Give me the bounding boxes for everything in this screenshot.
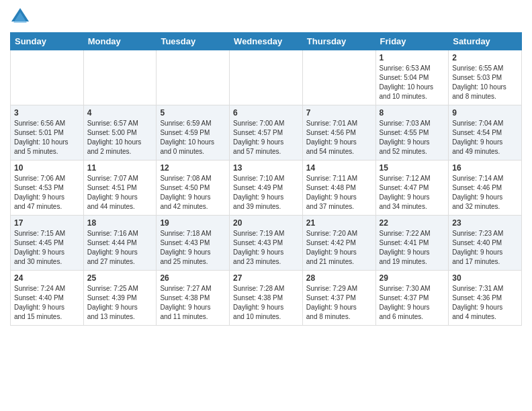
weekday-header: Tuesday	[157, 33, 230, 50]
day-number: 13	[233, 163, 299, 173]
day-info: Sunrise: 7:23 AM Sunset: 4:40 PM Dayligh…	[452, 229, 518, 267]
day-info: Sunrise: 7:29 AM Sunset: 4:37 PM Dayligh…	[306, 284, 372, 322]
day-info: Sunrise: 7:07 AM Sunset: 4:51 PM Dayligh…	[87, 174, 153, 212]
day-info: Sunrise: 7:19 AM Sunset: 4:43 PM Dayligh…	[233, 229, 299, 267]
weekday-header: Monday	[83, 33, 157, 50]
day-info: Sunrise: 7:03 AM Sunset: 4:55 PM Dayligh…	[380, 119, 445, 156]
page: SundayMondayTuesdayWednesdayThursdayFrid…	[0, 0, 532, 411]
day-number: 11	[87, 163, 153, 173]
day-info: Sunrise: 7:06 AM Sunset: 4:53 PM Dayligh…	[14, 174, 80, 212]
day-info: Sunrise: 7:16 AM Sunset: 4:44 PM Dayligh…	[87, 229, 153, 267]
day-number: 7	[306, 108, 372, 118]
day-number: 29	[380, 273, 445, 283]
day-number: 28	[306, 273, 372, 283]
calendar-cell	[157, 50, 230, 105]
day-info: Sunrise: 7:12 AM Sunset: 4:47 PM Dayligh…	[380, 174, 445, 212]
day-info: Sunrise: 7:22 AM Sunset: 4:41 PM Dayligh…	[380, 229, 445, 267]
day-info: Sunrise: 7:30 AM Sunset: 4:37 PM Dayligh…	[380, 284, 445, 322]
calendar-cell: 2Sunrise: 6:55 AM Sunset: 5:03 PM Daylig…	[449, 50, 522, 105]
header-row: SundayMondayTuesdayWednesdayThursdayFrid…	[11, 33, 522, 50]
day-number: 5	[160, 108, 226, 118]
calendar-cell	[83, 50, 157, 105]
day-info: Sunrise: 7:10 AM Sunset: 4:49 PM Dayligh…	[233, 174, 299, 212]
day-number: 22	[380, 218, 445, 228]
calendar-cell: 14Sunrise: 7:11 AM Sunset: 4:48 PM Dayli…	[302, 161, 375, 216]
day-number: 20	[233, 218, 299, 228]
day-info: Sunrise: 7:24 AM Sunset: 4:40 PM Dayligh…	[14, 284, 80, 322]
day-info: Sunrise: 6:57 AM Sunset: 5:00 PM Dayligh…	[87, 119, 153, 156]
day-info: Sunrise: 7:11 AM Sunset: 4:48 PM Dayligh…	[306, 174, 372, 212]
calendar-cell: 1Sunrise: 6:53 AM Sunset: 5:04 PM Daylig…	[375, 50, 449, 105]
calendar-cell: 27Sunrise: 7:28 AM Sunset: 4:38 PM Dayli…	[230, 271, 303, 326]
logo	[10, 7, 33, 27]
calendar-week-row: 3Sunrise: 6:56 AM Sunset: 5:01 PM Daylig…	[11, 105, 522, 161]
calendar-cell: 30Sunrise: 7:31 AM Sunset: 4:36 PM Dayli…	[449, 271, 522, 326]
calendar-cell: 17Sunrise: 7:15 AM Sunset: 4:45 PM Dayli…	[11, 216, 84, 271]
day-number: 2	[452, 53, 518, 62]
day-number: 4	[87, 108, 153, 118]
calendar-cell: 10Sunrise: 7:06 AM Sunset: 4:53 PM Dayli…	[11, 161, 84, 216]
calendar-cell	[302, 50, 375, 105]
day-number: 17	[14, 218, 80, 228]
day-info: Sunrise: 7:00 AM Sunset: 4:57 PM Dayligh…	[233, 119, 299, 156]
day-info: Sunrise: 7:04 AM Sunset: 4:54 PM Dayligh…	[452, 119, 518, 156]
header	[10, 7, 522, 27]
day-number: 1	[380, 53, 445, 62]
calendar-cell: 29Sunrise: 7:30 AM Sunset: 4:37 PM Dayli…	[375, 271, 449, 326]
day-info: Sunrise: 7:25 AM Sunset: 4:39 PM Dayligh…	[87, 284, 153, 322]
calendar-cell: 11Sunrise: 7:07 AM Sunset: 4:51 PM Dayli…	[83, 161, 157, 216]
calendar-week-row: 24Sunrise: 7:24 AM Sunset: 4:40 PM Dayli…	[11, 271, 522, 326]
weekday-header: Wednesday	[230, 33, 303, 50]
day-number: 16	[452, 163, 518, 173]
weekday-header: Sunday	[11, 33, 84, 50]
weekday-header: Saturday	[449, 33, 522, 50]
day-number: 19	[160, 218, 226, 228]
calendar-cell: 13Sunrise: 7:10 AM Sunset: 4:49 PM Dayli…	[230, 161, 303, 216]
day-info: Sunrise: 6:53 AM Sunset: 5:04 PM Dayligh…	[380, 64, 445, 101]
calendar-week-row: 17Sunrise: 7:15 AM Sunset: 4:45 PM Dayli…	[11, 216, 522, 271]
day-info: Sunrise: 6:59 AM Sunset: 4:59 PM Dayligh…	[160, 119, 226, 156]
calendar-cell: 6Sunrise: 7:00 AM Sunset: 4:57 PM Daylig…	[230, 105, 303, 161]
calendar-cell: 3Sunrise: 6:56 AM Sunset: 5:01 PM Daylig…	[11, 105, 84, 161]
calendar-cell: 7Sunrise: 7:01 AM Sunset: 4:56 PM Daylig…	[302, 105, 375, 161]
calendar-cell: 15Sunrise: 7:12 AM Sunset: 4:47 PM Dayli…	[375, 161, 449, 216]
calendar-cell: 22Sunrise: 7:22 AM Sunset: 4:41 PM Dayli…	[375, 216, 449, 271]
day-info: Sunrise: 7:01 AM Sunset: 4:56 PM Dayligh…	[306, 119, 372, 156]
day-info: Sunrise: 7:18 AM Sunset: 4:43 PM Dayligh…	[160, 229, 226, 267]
logo-icon	[10, 7, 30, 27]
calendar-cell: 18Sunrise: 7:16 AM Sunset: 4:44 PM Dayli…	[83, 216, 157, 271]
calendar-cell: 23Sunrise: 7:23 AM Sunset: 4:40 PM Dayli…	[449, 216, 522, 271]
day-info: Sunrise: 7:08 AM Sunset: 4:50 PM Dayligh…	[160, 174, 226, 212]
day-number: 6	[233, 108, 299, 118]
day-number: 23	[452, 218, 518, 228]
day-number: 12	[160, 163, 226, 173]
day-info: Sunrise: 6:55 AM Sunset: 5:03 PM Dayligh…	[452, 64, 518, 101]
calendar-cell: 16Sunrise: 7:14 AM Sunset: 4:46 PM Dayli…	[449, 161, 522, 216]
day-number: 18	[87, 218, 153, 228]
calendar-cell: 21Sunrise: 7:20 AM Sunset: 4:42 PM Dayli…	[302, 216, 375, 271]
weekday-header: Friday	[375, 33, 449, 50]
day-number: 26	[160, 273, 226, 283]
calendar-cell: 25Sunrise: 7:25 AM Sunset: 4:39 PM Dayli…	[83, 271, 157, 326]
calendar-cell	[11, 50, 84, 105]
calendar-week-row: 1Sunrise: 6:53 AM Sunset: 5:04 PM Daylig…	[11, 50, 522, 105]
day-number: 14	[306, 163, 372, 173]
day-number: 30	[452, 273, 518, 283]
calendar-cell: 8Sunrise: 7:03 AM Sunset: 4:55 PM Daylig…	[375, 105, 449, 161]
calendar-week-row: 10Sunrise: 7:06 AM Sunset: 4:53 PM Dayli…	[11, 161, 522, 216]
day-info: Sunrise: 7:14 AM Sunset: 4:46 PM Dayligh…	[452, 174, 518, 212]
calendar-cell: 9Sunrise: 7:04 AM Sunset: 4:54 PM Daylig…	[449, 105, 522, 161]
day-number: 8	[380, 108, 445, 118]
day-number: 3	[14, 108, 80, 118]
calendar-cell: 5Sunrise: 6:59 AM Sunset: 4:59 PM Daylig…	[157, 105, 230, 161]
day-info: Sunrise: 7:27 AM Sunset: 4:38 PM Dayligh…	[160, 284, 226, 322]
calendar-cell: 4Sunrise: 6:57 AM Sunset: 5:00 PM Daylig…	[83, 105, 157, 161]
day-number: 21	[306, 218, 372, 228]
calendar-cell: 12Sunrise: 7:08 AM Sunset: 4:50 PM Dayli…	[157, 161, 230, 216]
calendar-cell: 26Sunrise: 7:27 AM Sunset: 4:38 PM Dayli…	[157, 271, 230, 326]
day-info: Sunrise: 7:20 AM Sunset: 4:42 PM Dayligh…	[306, 229, 372, 267]
day-number: 27	[233, 273, 299, 283]
day-info: Sunrise: 7:28 AM Sunset: 4:38 PM Dayligh…	[233, 284, 299, 322]
day-info: Sunrise: 7:31 AM Sunset: 4:36 PM Dayligh…	[452, 284, 518, 322]
day-number: 10	[14, 163, 80, 173]
